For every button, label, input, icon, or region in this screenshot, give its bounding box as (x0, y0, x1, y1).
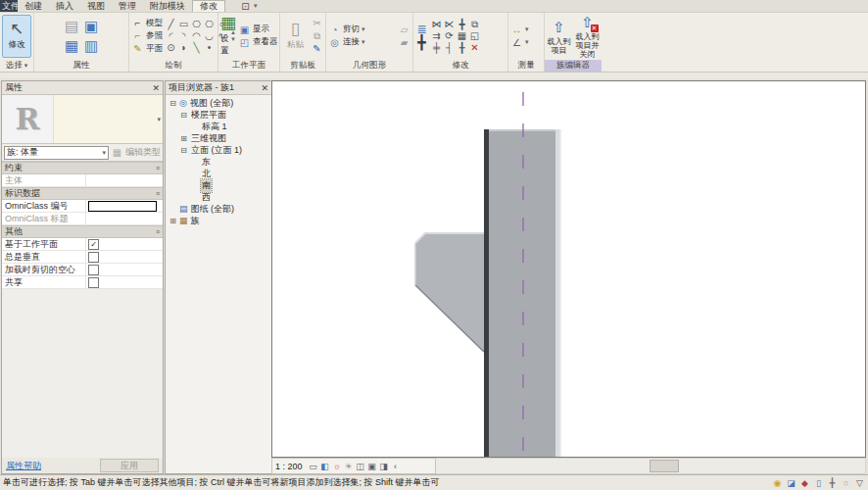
pin-icon[interactable]: ╂ (456, 42, 468, 54)
ribbon-tab[interactable]: 附加模块 (143, 0, 192, 12)
sun-path-icon[interactable]: ☼ (331, 461, 343, 472)
property-value[interactable] (86, 213, 163, 224)
expand-icon[interactable]: ⊞ (179, 134, 188, 143)
press-drag-icon[interactable]: ╋ (827, 477, 838, 488)
chevron-down-icon[interactable]: ▾ (362, 38, 365, 46)
start-end-radius-arc-tool-icon[interactable]: ◜ (165, 30, 177, 42)
ribbon-tab[interactable]: 视图 (80, 0, 112, 12)
load-into-project-button[interactable]: ⇧ 载入到 项目 (547, 19, 571, 55)
properties-palette-icon[interactable]: ▤ (62, 17, 81, 36)
detail-level-icon[interactable]: ▭ (308, 461, 319, 472)
property-group-header[interactable]: 约束≡ (2, 162, 163, 174)
measure-angle-button[interactable]: ∠ ▾ (510, 36, 529, 48)
type-selector-dropdown[interactable]: ▾ (54, 95, 163, 143)
reference-line-button[interactable]: ⌐ 参照 (131, 30, 163, 42)
move-crosshair-icon[interactable]: ╋ (415, 36, 428, 48)
filter-icon[interactable]: ▽ (854, 477, 865, 488)
close-icon[interactable]: ✕ (152, 83, 160, 93)
shadows-icon[interactable]: ☀ (343, 461, 355, 472)
array-icon[interactable]: ▦ (456, 30, 468, 42)
visual-style-icon[interactable]: ◧ (319, 461, 331, 472)
family-parameters-icon[interactable]: ▥ (81, 36, 101, 56)
ribbon-tab[interactable]: 修改 (192, 0, 225, 12)
cut-icon[interactable]: ✂ (311, 18, 323, 29)
rectangle-tool-icon[interactable]: ▭ (177, 19, 190, 30)
family-category-icon[interactable]: ▣ (81, 17, 101, 36)
line-tool-icon[interactable]: ╱ (165, 19, 177, 30)
reference-plane-button[interactable]: ✎ 平面 (131, 43, 163, 55)
tangent-arc-tool-icon[interactable]: ◠ (190, 30, 203, 42)
tree-item[interactable]: ⊞▦族 (166, 215, 271, 226)
tree-item[interactable]: 南 (166, 179, 271, 191)
collapse-icon[interactable]: ⊟ (179, 146, 188, 155)
delete-icon[interactable]: ✕ (468, 42, 481, 54)
property-value[interactable] (86, 276, 163, 288)
mass-corbel-extrusion[interactable] (415, 233, 484, 352)
close-icon[interactable]: ✕ (261, 83, 268, 93)
ribbon-tab[interactable]: 创建 (18, 0, 49, 12)
tree-item[interactable]: 西 (166, 191, 271, 203)
void-forms-icon[interactable]: ▰ (398, 36, 410, 48)
apply-button[interactable]: 应用 (100, 459, 159, 472)
worksharing-display-icon[interactable]: ◉ (772, 477, 783, 488)
mirror-pick-axis-icon[interactable]: ⋈ (430, 19, 443, 30)
show-workplane-button[interactable]: ▣ 显示 (238, 24, 278, 35)
match-type-icon[interactable]: ✎ (311, 43, 323, 55)
property-group-header[interactable]: 标识数据≡ (2, 187, 163, 200)
property-value[interactable] (86, 251, 163, 263)
property-value[interactable] (86, 264, 163, 275)
fillet-arc-tool-icon[interactable]: ◡ (203, 30, 216, 42)
panel-display-toggle[interactable]: ⊡ ▾ (235, 0, 262, 12)
tree-item[interactable]: 标高 1 (166, 121, 271, 132)
project-browser-header[interactable]: 项目浏览器 - 族1 ✕ (166, 81, 271, 95)
chevron-down-icon[interactable]: ▾ (525, 25, 529, 33)
crop-region-icon[interactable]: ▣ (366, 461, 378, 472)
ellipse-tool-icon[interactable]: ⊙ (165, 42, 177, 54)
center-ends-arc-tool-icon[interactable]: ◝ (177, 30, 190, 42)
tree-item[interactable]: 东 (166, 156, 271, 168)
ribbon-tab[interactable]: 插入 (49, 0, 80, 12)
family-type-select[interactable]: 族: 体量 ▾ (4, 146, 109, 160)
editable-only-icon[interactable]: ○ (841, 477, 851, 488)
load-into-project-and-close-button[interactable]: ⇧ ✕ 载入到 项目并关闭 (575, 14, 600, 59)
paste-button[interactable]: ▯ 粘贴 (282, 16, 309, 57)
scale-icon[interactable]: ◱ (468, 30, 481, 42)
trim-icon[interactable]: ┤ (443, 42, 456, 54)
collapse-view-bar-icon[interactable]: ‹ (390, 461, 402, 472)
tree-item[interactable]: 北 (166, 168, 271, 179)
solid-forms-icon[interactable]: ▱ (398, 24, 410, 35)
design-options-icon[interactable]: ▯ (813, 477, 824, 488)
tree-item[interactable]: ⊟立面 (立面 1) (166, 144, 271, 156)
tree-item[interactable]: ⊞三维视图 (166, 132, 271, 144)
chevron-down-icon[interactable]: ▾ (362, 25, 365, 33)
point-tool-icon[interactable]: • (203, 42, 216, 54)
property-value-input[interactable] (88, 201, 157, 212)
measure-length-button[interactable]: ↔ ▾ (510, 24, 529, 35)
chevron-down-icon[interactable]: ▾ (525, 38, 529, 46)
checkbox-unchecked[interactable] (88, 265, 99, 275)
properties-palette-header[interactable]: 属性 ✕ (2, 81, 163, 95)
split-icon[interactable]: ╪ (430, 42, 443, 54)
edit-type-button[interactable]: ▦ 编辑类型 (111, 146, 161, 159)
offset-icon[interactable]: ⇉ (430, 30, 443, 42)
property-value[interactable] (86, 174, 163, 186)
circumscribed-polygon-tool-icon[interactable]: ⎔ (203, 19, 216, 30)
crop-view-icon[interactable]: ◫ (355, 461, 366, 472)
workplane-viewer-button[interactable]: ◰ 查看器 (238, 36, 278, 48)
copy-icon[interactable]: ⧉ (311, 30, 323, 42)
elevation-view-canvas[interactable] (271, 80, 866, 458)
modify-button[interactable]: ↖ 修改 (2, 15, 31, 58)
join-geometry-button[interactable]: ◎ 连接 ▾ (328, 36, 396, 48)
rotate-icon[interactable]: ⟳ (443, 30, 456, 42)
view-scale-button[interactable]: 1 : 200 (275, 462, 303, 471)
property-value[interactable] (86, 200, 163, 212)
tree-item[interactable]: ⊟楼层平面 (166, 109, 271, 121)
mirror-draw-axis-icon[interactable]: ⋉ (443, 19, 456, 30)
tree-item[interactable]: ▤图纸 (全部) (166, 203, 271, 215)
checkbox-unchecked[interactable] (88, 252, 99, 263)
model-line-button[interactable]: ⌐ 模型 (131, 18, 163, 29)
pick-lines-tool-icon[interactable]: ╲ (190, 42, 203, 54)
scrollbar-thumb[interactable] (650, 460, 679, 472)
file-menu-button[interactable]: 文件 (0, 0, 18, 12)
property-value[interactable]: ✓ (86, 238, 163, 250)
